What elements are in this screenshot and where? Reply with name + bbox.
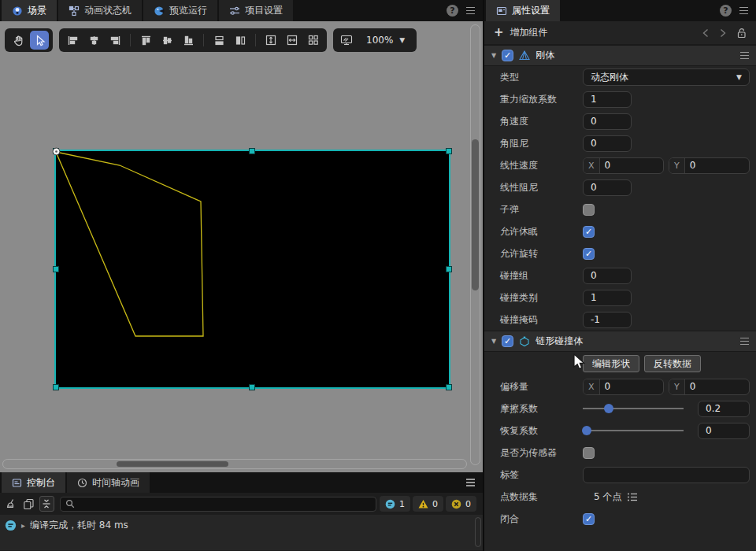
- restitution-value-input[interactable]: [698, 423, 750, 439]
- align-left-icon[interactable]: [63, 31, 82, 50]
- tab-preview-run[interactable]: 预览运行: [143, 0, 217, 21]
- tab-state-machine[interactable]: 动画状态机: [58, 0, 142, 21]
- clear-console-icon[interactable]: [4, 496, 19, 512]
- restitution-slider-knob[interactable]: [582, 426, 591, 435]
- section-header-rigidbody[interactable]: ▼ ✓ 刚体: [484, 45, 756, 66]
- menu-icon[interactable]: [466, 7, 475, 15]
- friction-slider[interactable]: [583, 403, 684, 414]
- closed-checkbox[interactable]: ✓: [583, 513, 595, 525]
- copy-log-icon[interactable]: [22, 496, 37, 512]
- log-scrollbar[interactable]: [475, 517, 481, 547]
- allow-sleep-checkbox[interactable]: ✓: [583, 226, 595, 238]
- align-middle-vertical-icon[interactable]: [158, 31, 176, 50]
- add-component-row[interactable]: + 增加组件: [484, 21, 756, 45]
- canvas-vertical-scrollbar-thumb[interactable]: [472, 139, 479, 290]
- bullet-checkbox[interactable]: [583, 204, 595, 216]
- restitution-slider[interactable]: [583, 425, 684, 436]
- collision-mask-input[interactable]: [583, 312, 632, 328]
- tab-console[interactable]: 控制台: [2, 472, 65, 493]
- help-icon[interactable]: ?: [447, 5, 458, 17]
- linear-velocity-y-input[interactable]: [685, 160, 749, 171]
- collapse-triangle-icon[interactable]: ▼: [491, 52, 496, 59]
- selection-handle-top-right[interactable]: [446, 148, 452, 154]
- body-type-select[interactable]: 动态刚体 ▼: [583, 68, 750, 86]
- component-nav: [702, 28, 747, 39]
- tab-scene[interactable]: 场景: [2, 0, 57, 21]
- log-area[interactable]: ▸ 编译完成，耗时 84 ms: [0, 515, 483, 550]
- selection-handle-top-center[interactable]: [249, 148, 255, 154]
- help-icon[interactable]: ?: [720, 5, 732, 17]
- selection-handle-middle-left[interactable]: [53, 266, 59, 272]
- tab-properties[interactable]: 属性设置: [486, 0, 560, 21]
- selection-handle-bottom-left[interactable]: [53, 384, 59, 390]
- collapse-triangle-icon[interactable]: ▼: [491, 338, 496, 345]
- collision-category-input[interactable]: [583, 290, 632, 306]
- linear-velocity-x-input[interactable]: [600, 160, 663, 171]
- stage-object[interactable]: [56, 151, 449, 387]
- zoom-level-select[interactable]: 100% ▼: [358, 35, 413, 46]
- pivot-marker[interactable]: [52, 147, 61, 156]
- lock-icon[interactable]: [736, 28, 747, 39]
- angular-damping-input[interactable]: [583, 135, 632, 152]
- align-center-horizontal-icon[interactable]: [84, 31, 103, 50]
- console-menu-icon[interactable]: [466, 479, 475, 486]
- tab-timeline-animation[interactable]: 时间轴动画: [67, 472, 150, 493]
- warning-filter-badge[interactable]: 0: [413, 496, 443, 512]
- chain-collider-enabled-checkbox[interactable]: ✓: [502, 335, 513, 347]
- chevron-right-icon[interactable]: [719, 28, 727, 38]
- canvas-horizontal-scrollbar[interactable]: [2, 459, 467, 469]
- grid-arrange-icon[interactable]: [304, 31, 323, 50]
- match-width-icon[interactable]: [283, 31, 302, 50]
- property-label: 角阻尼: [484, 137, 583, 150]
- menu-icon[interactable]: [739, 7, 748, 15]
- reverse-data-button[interactable]: 反转数据: [644, 355, 701, 372]
- canvas-vertical-scrollbar[interactable]: [470, 24, 480, 465]
- section-menu-icon[interactable]: [740, 52, 749, 60]
- distribute-horizontal-icon[interactable]: [231, 31, 250, 50]
- point-list-icon[interactable]: [627, 492, 638, 502]
- friction-slider-knob[interactable]: [604, 404, 613, 413]
- is-sensor-checkbox[interactable]: [583, 447, 595, 459]
- scene-canvas[interactable]: 100% ▼: [0, 21, 483, 472]
- selection-handle-bottom-right[interactable]: [446, 384, 452, 390]
- section-menu-icon[interactable]: [740, 338, 749, 346]
- offset-x-input[interactable]: [600, 381, 663, 392]
- align-bottom-icon[interactable]: [179, 31, 198, 50]
- property-row-offset: 偏移量 X Y: [484, 375, 756, 398]
- info-filter-badge[interactable]: 1: [380, 496, 410, 512]
- match-height-icon[interactable]: [261, 31, 280, 50]
- edit-shape-button[interactable]: 编辑形状: [583, 355, 639, 372]
- collision-group-input[interactable]: [583, 268, 632, 284]
- console-search-input[interactable]: [79, 499, 371, 509]
- chevron-left-icon[interactable]: [702, 28, 710, 38]
- select-tool-button[interactable]: [30, 31, 49, 50]
- friction-value-input[interactable]: [698, 401, 750, 417]
- hand-tool-button[interactable]: [9, 31, 28, 50]
- linear-damping-input[interactable]: [583, 179, 632, 196]
- allow-rotation-checkbox[interactable]: ✓: [583, 248, 595, 260]
- section-header-chain-collider[interactable]: ▼ ✓ 链形碰撞体: [484, 331, 756, 352]
- tab-project-settings[interactable]: 项目设置: [219, 0, 293, 21]
- gravity-scale-input[interactable]: [583, 91, 632, 108]
- collapse-log-icon[interactable]: [39, 496, 54, 512]
- align-top-icon[interactable]: [136, 31, 155, 50]
- align-right-icon[interactable]: [106, 31, 124, 50]
- tab-preview-run-label: 预览运行: [169, 4, 207, 17]
- error-filter-badge[interactable]: 0: [446, 496, 476, 512]
- property-label: 碰撞掩码: [484, 313, 583, 327]
- angular-velocity-input[interactable]: [583, 113, 632, 130]
- console-search[interactable]: [60, 497, 376, 512]
- tag-input[interactable]: [583, 467, 750, 483]
- offset-x-field: X: [583, 379, 664, 395]
- selection-handle-middle-right[interactable]: [446, 266, 452, 272]
- selection-handle-bottom-center[interactable]: [249, 384, 255, 390]
- distribute-vertical-icon[interactable]: [209, 31, 228, 50]
- editor-window: 场景 动画状态机 预览运行 项目设置 ?: [0, 0, 756, 551]
- screen-adapt-icon[interactable]: [337, 31, 356, 50]
- log-expand-icon[interactable]: ▸: [21, 521, 25, 530]
- offset-y-input[interactable]: [685, 381, 749, 392]
- rigidbody-enabled-checkbox[interactable]: ✓: [502, 50, 513, 61]
- canvas-horizontal-scrollbar-thumb[interactable]: [117, 461, 228, 467]
- clock-icon: [77, 478, 87, 488]
- log-entry[interactable]: ▸ 编译完成，耗时 84 ms: [0, 515, 483, 532]
